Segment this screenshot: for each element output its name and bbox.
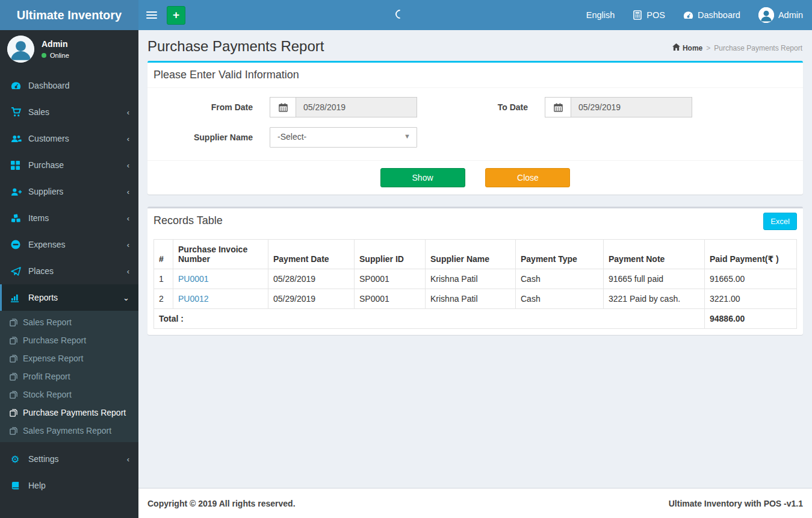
sidebar-item-items[interactable]: Items ‹	[0, 205, 138, 231]
breadcrumb: Home > Purchase Payments Report	[672, 43, 802, 52]
sidebar-item-dashboard[interactable]: Dashboard	[0, 72, 138, 99]
calculator-icon	[633, 10, 642, 20]
breadcrumb-separator: >	[706, 44, 710, 52]
tachometer-icon	[11, 81, 24, 90]
supplier-select[interactable]: -Select- ▼	[270, 127, 417, 148]
add-button[interactable]: +	[167, 6, 185, 25]
col-paid-payment: Paid Payment(₹ )	[705, 240, 797, 269]
sidebar-user-avatar	[7, 36, 34, 63]
chevron-left-icon: ‹	[127, 214, 129, 223]
chevron-left-icon: ‹	[127, 108, 129, 117]
minus-circle-icon	[11, 240, 24, 249]
chevron-left-icon: ‹	[127, 161, 129, 170]
nav-dashboard-label: Dashboard	[698, 10, 740, 20]
content-area: Purchase Payments Report Home > Purchase…	[138, 30, 812, 488]
total-value: 94886.00	[705, 309, 797, 329]
submenu-purchase-report[interactable]: Purchase Report	[0, 331, 138, 349]
footer-copyright: Copyright © 2019 All rights reserved.	[147, 499, 296, 508]
show-button[interactable]: Show	[380, 168, 465, 187]
table-header-row: # Purchase Invoice Number Payment Date S…	[154, 240, 797, 269]
cart-icon	[11, 107, 24, 117]
sidebar-user-status[interactable]: Online	[42, 52, 69, 59]
breadcrumb-current: Purchase Payments Report	[714, 44, 802, 52]
copy-icon	[10, 427, 17, 435]
chevron-down-icon: ⌄	[123, 293, 129, 302]
sidebar-item-help[interactable]: Help	[0, 472, 138, 499]
sidebar-item-expenses[interactable]: Expenses ‹	[0, 231, 138, 258]
home-icon	[672, 43, 680, 52]
invoice-link[interactable]: PU0001	[178, 274, 209, 284]
submenu-profit-report[interactable]: Profit Report	[0, 367, 138, 385]
submenu-sales-payments-report[interactable]: Sales Payments Report	[0, 422, 138, 440]
sidebar-toggle-button[interactable]	[138, 0, 165, 30]
grid-icon	[11, 161, 24, 170]
sidebar-item-places[interactable]: Places ‹	[0, 258, 138, 284]
calendar-icon	[545, 97, 571, 117]
loading-spinner-icon	[394, 8, 406, 20]
users-icon	[11, 134, 24, 143]
nav-pos[interactable]: POS	[624, 0, 674, 30]
reports-submenu: Sales Report Purchase Report Expense Rep…	[0, 311, 138, 442]
online-dot-icon	[42, 53, 46, 58]
total-label: Total :	[154, 309, 705, 329]
excel-export-button[interactable]: Excel	[763, 213, 797, 230]
submenu-purchase-payments-report[interactable]: Purchase Payments Report	[0, 404, 138, 422]
gears-icon: ⚙	[11, 454, 24, 465]
caret-down-icon: ▼	[404, 133, 411, 140]
copy-icon	[10, 373, 17, 381]
nav-pos-label: POS	[646, 10, 665, 20]
col-invoice-number: Purchase Invoice Number	[173, 240, 268, 269]
footer-version: Ultimate Inventory with POS -v1.1	[669, 499, 803, 508]
sidebar-user-name: Admin	[42, 39, 69, 49]
nav-dashboard[interactable]: Dashboard	[674, 0, 749, 30]
brand-logo[interactable]: Ultimate Inventory	[0, 0, 138, 30]
copy-icon	[10, 409, 17, 417]
col-supplier-name: Supplier Name	[426, 240, 516, 269]
sidebar-menu: Dashboard Sales ‹ Customers ‹ Purchase ‹…	[0, 72, 138, 499]
supplier-name-label: Supplier Name	[153, 133, 253, 142]
supplier-select-value: -Select-	[277, 132, 306, 142]
copy-icon	[10, 391, 17, 399]
close-button[interactable]: Close	[485, 168, 570, 187]
filter-box: Please Enter Valid Information From Date…	[147, 61, 803, 195]
sidebar-item-sales[interactable]: Sales ‹	[0, 99, 138, 125]
col-payment-note: Payment Note	[604, 240, 705, 269]
from-date-label: From Date	[153, 102, 253, 112]
sidebar-item-customers[interactable]: Customers ‹	[0, 125, 138, 152]
to-date-input[interactable]	[571, 97, 692, 117]
from-date-input[interactable]	[296, 97, 417, 117]
submenu-sales-report[interactable]: Sales Report	[0, 313, 138, 331]
paper-plane-icon	[11, 267, 24, 276]
chevron-left-icon: ‹	[127, 455, 129, 464]
sidebar-item-settings[interactable]: ⚙ Settings ‹	[0, 446, 138, 472]
cubes-icon	[11, 214, 24, 223]
table-total-row: Total : 94886.00	[154, 309, 797, 329]
nav-user-menu[interactable]: Admin	[749, 0, 812, 30]
sidebar-item-purchase[interactable]: Purchase ‹	[0, 152, 138, 178]
hamburger-icon	[146, 11, 157, 13]
to-date-input-group	[545, 97, 692, 117]
submenu-expense-report[interactable]: Expense Report	[0, 349, 138, 367]
col-payment-type: Payment Type	[516, 240, 604, 269]
sidebar-item-suppliers[interactable]: Suppliers ‹	[0, 178, 138, 205]
invoice-link[interactable]: PU0012	[178, 294, 209, 304]
sidebar-item-reports[interactable]: Reports ⌄	[0, 284, 138, 311]
dashboard-icon	[683, 11, 693, 20]
table-row: 1 PU0001 05/28/2019 SP0001 Krishna Patil…	[154, 269, 797, 289]
table-row: 2 PU0012 05/29/2019 SP0001 Krishna Patil…	[154, 289, 797, 309]
chevron-left-icon: ‹	[127, 240, 129, 249]
col-supplier-id: Supplier ID	[355, 240, 426, 269]
top-navbar: Ultimate Inventory + English POS Dashboa…	[0, 0, 812, 30]
filter-box-title: Please Enter Valid Information	[147, 63, 803, 88]
col-payment-date: Payment Date	[268, 240, 355, 269]
col-index: #	[154, 240, 173, 269]
copy-icon	[10, 319, 17, 326]
user-plus-icon	[11, 187, 24, 196]
breadcrumb-home-link[interactable]: Home	[672, 43, 702, 52]
page-footer: Copyright © 2019 All rights reserved. Ul…	[138, 488, 812, 518]
from-date-input-group	[270, 97, 417, 117]
copy-icon	[10, 337, 17, 345]
submenu-stock-report[interactable]: Stock Report	[0, 385, 138, 404]
nav-language[interactable]: English	[577, 0, 624, 30]
book-icon	[11, 481, 24, 490]
